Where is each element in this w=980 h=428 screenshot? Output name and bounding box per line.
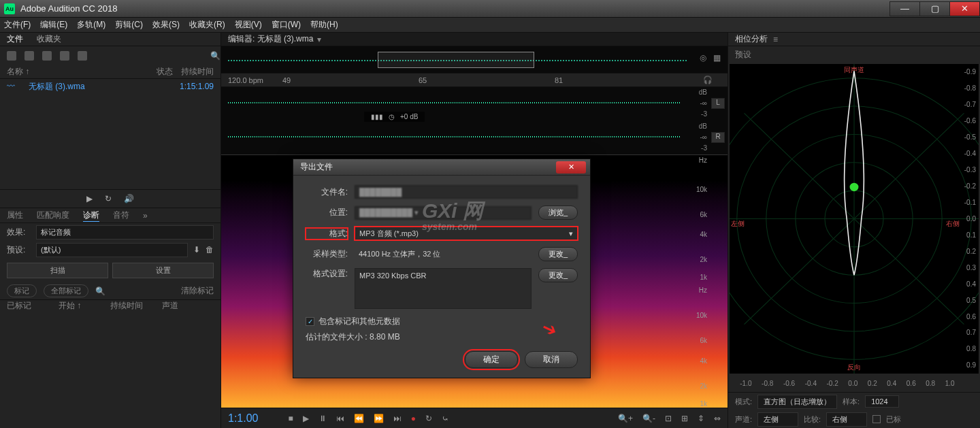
grid-icon[interactable]: ▦ [713, 53, 721, 63]
settings-button[interactable]: 设置 [112, 263, 214, 278]
menu-view[interactable]: 视图(V) [235, 19, 262, 31]
menu-favorites[interactable]: 收藏夹(R) [189, 19, 225, 31]
preset-select[interactable]: (默认) [36, 243, 188, 257]
minimize-button[interactable]: — [889, 1, 920, 16]
col-start[interactable]: 开始 ↑ [59, 300, 110, 314]
channel-right-button[interactable]: R [711, 132, 725, 143]
change-format-button[interactable]: 更改_ [538, 268, 578, 282]
tab-files[interactable]: 文件 [7, 33, 23, 45]
metadata-checkbox[interactable]: ✓ [306, 317, 314, 326]
play-icon[interactable]: ▶ [86, 194, 93, 203]
filename-field[interactable]: ████████ [355, 185, 578, 199]
trash-icon[interactable] [78, 51, 87, 61]
tab-match-loudness[interactable]: 匹配响度 [37, 210, 69, 221]
cancel-button[interactable]: 取消 [525, 351, 578, 368]
phase-scope[interactable]: 同声道 反向 左侧 右侧 -0.9-0.8-0.7-0.6-0.5-0.4-0.… [730, 64, 979, 374]
menu-file[interactable]: 文件(F) [4, 19, 31, 31]
file-row[interactable]: 〰 无标题 (3).wma 1:15:1.09 [0, 79, 220, 94]
waveform-display[interactable]: ▮▮▮ ◷ +0 dB dB -∞ -3 dB -∞ -3 L R [221, 87, 728, 155]
col-name[interactable]: 名称 ↑ [7, 66, 132, 78]
record-icon[interactable] [42, 51, 52, 61]
close-button[interactable]: ✕ [949, 1, 980, 16]
tab-properties[interactable]: 属性 [7, 210, 23, 221]
prev-button[interactable]: ⏮ [336, 414, 344, 423]
menu-effects[interactable]: 效果(S) [152, 19, 180, 31]
channel-select[interactable]: 左侧 [757, 412, 798, 427]
open-file-icon[interactable] [7, 51, 16, 61]
play-button[interactable]: ▶ [303, 414, 309, 423]
menu-clip[interactable]: 剪辑(C) [115, 19, 143, 31]
download-icon[interactable]: ⬇ [193, 245, 200, 254]
pause-button[interactable]: ⏸ [318, 414, 327, 423]
axis-tick: -0.1 [964, 199, 976, 206]
overview-waveform[interactable]: ◎ ▦ [221, 46, 728, 73]
change-sample-button[interactable]: 更改_ [538, 247, 578, 261]
col-status[interactable]: 状态 [132, 66, 173, 78]
panel-menu-icon[interactable]: ≡ [773, 35, 778, 44]
format-label: 格式: [306, 228, 348, 240]
loop-button[interactable]: ↻ [425, 414, 432, 423]
clear-markers[interactable]: 清除标记 [181, 285, 214, 297]
sample-select[interactable]: 1024 [865, 395, 899, 408]
skip-button[interactable]: ⤿ [442, 414, 448, 423]
col-channel[interactable]: 声道 [162, 300, 214, 314]
dialog-close-button[interactable]: ✕ [556, 161, 586, 174]
format-settings-row: 格式设置: MP3 320 Kbps CBR 更改_ [306, 268, 578, 309]
browse-button[interactable]: 浏览_ [538, 205, 578, 220]
channel-label: 声道: [735, 414, 752, 425]
format-select[interactable]: MP3 音频 (*.mp3) ▾ [355, 227, 578, 240]
menu-multitrack[interactable]: 多轨(M) [77, 19, 105, 31]
tab-marker[interactable]: 音符 [113, 210, 129, 221]
tab-diagnostics[interactable]: 诊断 [83, 210, 99, 222]
menu-edit[interactable]: 编辑(E) [40, 19, 67, 31]
current-time[interactable]: 1:1.00 [228, 412, 258, 425]
dialog-titlebar[interactable]: 导出文件 ✕ [293, 159, 590, 176]
marker-toolbar: 标记 全部标记 🔍 清除标记 [0, 282, 220, 300]
menu-help[interactable]: 帮助(H) [310, 19, 338, 31]
ok-button[interactable]: 确定 [465, 351, 518, 368]
zoom-h-icon[interactable]: ⇔ [714, 414, 721, 423]
headphones-icon[interactable]: 🎧 [703, 76, 713, 84]
zoom-out-icon[interactable]: 🔍- [642, 414, 655, 423]
marker-all-button[interactable]: 全部标记 [44, 284, 88, 297]
zoom-in-icon[interactable]: 🔍+ [618, 414, 633, 423]
col-duration[interactable]: 持续时间 [173, 66, 214, 78]
channel-left-button[interactable]: L [711, 98, 725, 109]
loop-icon[interactable]: ↻ [105, 194, 112, 203]
mode-select[interactable]: 直方图（日志增放） [757, 395, 837, 409]
col-dur2[interactable]: 持续时间 [110, 300, 162, 314]
zoom-sel-icon[interactable]: ⊞ [681, 414, 688, 423]
forward-button[interactable]: ⏩ [374, 414, 384, 423]
marker-button[interactable]: 标记 [7, 284, 37, 297]
zoom-v-icon[interactable]: ⇕ [698, 414, 704, 423]
titlebar: Au Adobe Audition CC 2018 — ▢ ✕ [0, 0, 980, 18]
zoom-icon[interactable]: ◎ [700, 53, 706, 63]
next-button[interactable]: ⏭ [393, 414, 402, 423]
zoom-fit-icon[interactable]: ⊡ [665, 414, 672, 423]
overview-selection[interactable] [378, 52, 534, 68]
editor-tab[interactable]: 编辑器: 无标题 (3).wma ▾ [221, 33, 728, 46]
autoplay-icon[interactable]: 🔊 [124, 194, 134, 203]
search-icon[interactable]: 🔍 [95, 286, 105, 296]
record-button[interactable]: ● [411, 414, 416, 423]
new-multitrack-icon[interactable] [24, 51, 34, 61]
dropdown-icon[interactable]: ▾ [317, 35, 321, 44]
panel-overflow-icon[interactable]: » [143, 211, 148, 220]
import-icon[interactable] [60, 51, 69, 61]
rewind-button[interactable]: ⏪ [354, 414, 364, 423]
search-icon[interactable]: 🔍 [210, 51, 220, 61]
effect-select[interactable]: 标记音频 [36, 225, 214, 240]
file-list-empty-area [0, 94, 220, 189]
axis-tick: -0.9 [964, 68, 976, 76]
delete-icon[interactable]: 🗑 [206, 245, 214, 254]
scan-button[interactable]: 扫描 [7, 263, 108, 278]
maximize-button[interactable]: ▢ [919, 1, 950, 16]
stop-button[interactable]: ■ [288, 414, 293, 423]
tab-favorites[interactable]: 收藏夹 [37, 33, 61, 45]
menu-window[interactable]: 窗口(W) [272, 19, 301, 31]
marked-checkbox[interactable] [872, 415, 881, 423]
location-field[interactable]: ██████████ ▾ [355, 206, 532, 220]
timeline-header[interactable]: 120.0 bpm 49 65 81 🎧 [221, 73, 728, 87]
col-marked[interactable]: 已标记 [7, 300, 59, 314]
ratio-select[interactable]: 右侧 [826, 412, 867, 427]
